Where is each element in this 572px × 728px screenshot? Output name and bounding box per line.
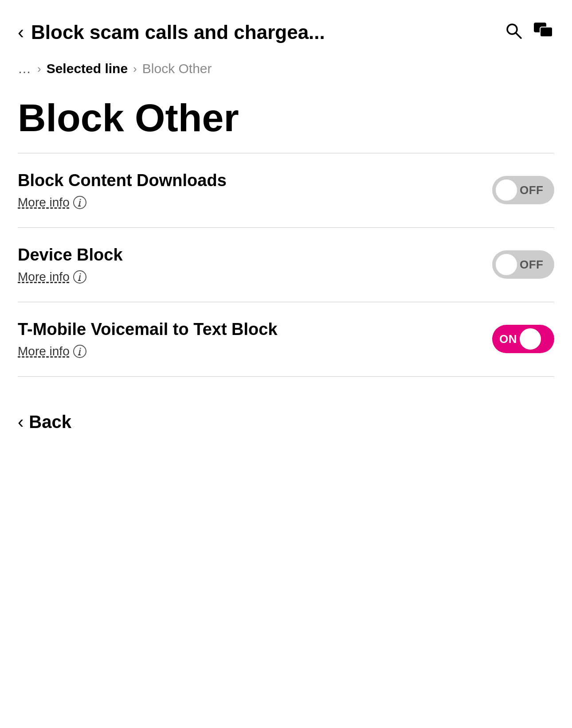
block-content-downloads-label: Block Content Downloads xyxy=(18,171,492,190)
breadcrumb-dots[interactable]: … xyxy=(18,61,32,76)
device-block-more-info[interactable]: More info i xyxy=(18,270,86,284)
settings-row-content-3: T-Mobile Voicemail to Text Block More in… xyxy=(18,320,492,358)
toggle-label-2: OFF xyxy=(520,258,544,272)
breadcrumb: … › Selected line › Block Other xyxy=(0,52,572,90)
settings-row-content-1: Block Content Downloads More info i xyxy=(18,171,492,210)
block-content-downloads-more-info[interactable]: More info i xyxy=(18,195,86,210)
chat-icon[interactable] xyxy=(533,22,554,43)
toggle-label-3: ON xyxy=(496,332,517,346)
info-circle-3: i xyxy=(73,345,86,358)
settings-row-block-content-downloads: Block Content Downloads More info i OFF xyxy=(0,153,572,227)
breadcrumb-selected-line[interactable]: Selected line xyxy=(47,61,128,76)
page-title: Block Other xyxy=(0,90,572,153)
header-title: Block scam calls and chargea... xyxy=(31,21,498,43)
info-circle-2: i xyxy=(73,270,86,284)
toggle-label-1: OFF xyxy=(520,183,544,197)
settings-row-voicemail-text-block: T-Mobile Voicemail to Text Block More in… xyxy=(0,302,572,376)
block-content-downloads-toggle[interactable]: OFF xyxy=(492,176,554,204)
header: ‹ Block scam calls and chargea... xyxy=(0,0,572,52)
search-icon[interactable] xyxy=(505,22,522,43)
toggle-knob-2 xyxy=(496,254,517,275)
info-circle-1: i xyxy=(73,196,86,209)
settings-list: Block Content Downloads More info i OFF … xyxy=(0,153,572,377)
voicemail-text-block-toggle[interactable]: ON xyxy=(492,325,554,353)
voicemail-text-block-label: T-Mobile Voicemail to Text Block xyxy=(18,320,492,339)
settings-row-content-2: Device Block More info i xyxy=(18,245,492,284)
breadcrumb-chevron-1: › xyxy=(37,62,41,76)
settings-row-device-block: Device Block More info i OFF xyxy=(0,228,572,302)
toggle-knob-3 xyxy=(520,328,541,350)
svg-rect-3 xyxy=(540,27,552,37)
header-icons xyxy=(505,22,554,43)
device-block-label: Device Block xyxy=(18,245,492,265)
breadcrumb-chevron-2: › xyxy=(133,62,137,76)
svg-line-1 xyxy=(516,33,521,38)
back-chevron-icon: ‹ xyxy=(18,412,24,432)
back-button[interactable]: ‹ Back xyxy=(0,394,572,450)
back-button-label: Back xyxy=(29,412,71,432)
voicemail-text-block-more-info[interactable]: More info i xyxy=(18,344,86,358)
header-back-button[interactable]: ‹ xyxy=(18,23,24,42)
device-block-toggle[interactable]: OFF xyxy=(492,250,554,279)
toggle-knob-1 xyxy=(496,179,517,201)
divider-4 xyxy=(18,376,554,377)
breadcrumb-current: Block Other xyxy=(142,61,212,76)
